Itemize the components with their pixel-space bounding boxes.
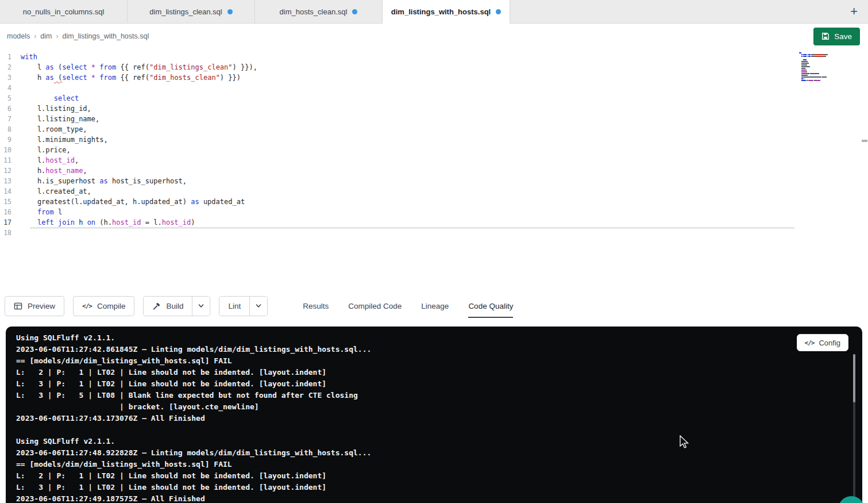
line-number: 18 (0, 228, 21, 238)
breadcrumb-separator: › (56, 32, 58, 40)
panel-tab-compiled-code[interactable]: Compiled Code (348, 294, 402, 318)
build-options-button[interactable] (192, 297, 210, 316)
line-content: l as (select * from {{ ref("dim_listings… (21, 62, 257, 72)
line-content: greatest(l.updated_at, h.updated_at) as … (21, 197, 245, 207)
compile-button[interactable]: </> Compile (73, 296, 134, 316)
editor-scrollbar-mark[interactable] (862, 140, 867, 142)
line-number: 3 (0, 72, 21, 83)
code-line[interactable]: 12 h.host_name, (0, 166, 868, 176)
editor-minimap[interactable] (799, 52, 842, 83)
code-line[interactable]: 15 greatest(l.updated_at, h.updated_at) … (0, 197, 868, 207)
terminal-line: 2023-06-06T11:27:49.187575Z — All Finish… (16, 493, 862, 503)
tab-bar-spacer: + (510, 0, 868, 24)
line-number: 17 (0, 217, 21, 228)
code-line[interactable]: 16 from l (0, 207, 868, 217)
line-content: select (21, 93, 79, 103)
code-editor[interactable]: 1with2 l as (select * from {{ ref("dim_l… (0, 49, 868, 294)
code-line[interactable]: 6 l.listing_id, (0, 103, 868, 114)
terminal-line: Using SQLFluff v2.1.1. (16, 436, 862, 447)
build-label: Build (166, 302, 183, 310)
panel-tab-code-quality[interactable]: Code Quality (468, 294, 513, 318)
terminal-line: == [models/dim/dim_listings_with_hosts.s… (16, 355, 862, 367)
panel-tab-lineage[interactable]: Lineage (421, 294, 449, 318)
lint-button[interactable]: Lint (219, 297, 249, 316)
line-content: left join h on (h.host_id = l.host_id) (21, 217, 195, 228)
line-content: h as (select * from {{ ref("dim_hosts_cl… (21, 72, 241, 83)
action-toolbar: Preview </> Compile Build Lint ResultsCo… (0, 294, 868, 318)
editor-lines: 1with2 l as (select * from {{ ref("dim_l… (0, 52, 868, 238)
tab-dim-listings-clean-sql[interactable]: dim_listings_clean.sql (128, 0, 255, 24)
breadcrumb-item[interactable]: models (7, 32, 30, 40)
code-line[interactable]: 7 l.listing_name, (0, 114, 868, 124)
tab-label: dim_hosts_clean.sql (280, 7, 348, 16)
panel-tabs: ResultsCompiled CodeLineageCode Quality (303, 294, 513, 318)
tab-no-nulls-in-columns-sql[interactable]: no_nulls_in_columns.sql (0, 0, 128, 24)
code-line[interactable]: 3 h as (select * from {{ ref("dim_hosts_… (0, 72, 868, 83)
config-button[interactable]: </> Config (797, 334, 848, 351)
breadcrumb-bar: models›dim›dim_listings_with_hosts.sql S… (0, 24, 868, 49)
code-line[interactable]: 1with (0, 52, 868, 62)
terminal-line: L: 3 | P: 1 | LT02 | Line should not be … (16, 482, 862, 493)
terminal-line (16, 424, 862, 436)
line-content: l.listing_name, (21, 114, 99, 124)
plus-icon: + (850, 4, 858, 18)
code-line[interactable]: 17 left join h on (h.host_id = l.host_id… (0, 217, 868, 228)
code-line[interactable]: 2 l as (select * from {{ ref("dim_listin… (0, 62, 868, 72)
line-number: 13 (0, 176, 21, 186)
preview-button[interactable]: Preview (5, 296, 64, 316)
save-icon (821, 32, 830, 40)
panel-tab-results[interactable]: Results (303, 294, 329, 318)
lint-options-button[interactable] (249, 297, 267, 316)
lint-label: Lint (228, 302, 241, 310)
terminal-line: L: 3 | P: 1 | LT02 | Line should not be … (16, 378, 862, 390)
terminal-line: L: 2 | P: 1 | LT02 | Line should not be … (16, 367, 862, 378)
code-line[interactable]: 13 h.is_superhost as host_is_superhost, (0, 176, 868, 186)
line-number: 11 (0, 155, 21, 166)
line-number: 5 (0, 93, 21, 103)
terminal-line: Using SQLFluff v2.1.1. (16, 332, 862, 344)
terminal-scrollbar[interactable] (853, 354, 855, 502)
breadcrumb-item[interactable]: dim_listings_with_hosts.sql (62, 32, 149, 40)
build-button[interactable]: Build (144, 297, 192, 316)
line-content: h.host_name, (21, 166, 87, 176)
code-line[interactable]: 8 l.room_type, (0, 124, 868, 135)
terminal-output: Using SQLFluff v2.1.1.2023-06-06T11:27:4… (16, 332, 862, 503)
terminal-scrollbar-thumb[interactable] (853, 354, 855, 402)
tab-dim-listings-with-hosts-sql[interactable]: dim_listings_with_hosts.sql (383, 0, 510, 24)
new-tab-button[interactable]: + (847, 4, 861, 19)
terminal-line: == [models/dim/dim_listings_with_hosts.s… (16, 459, 862, 470)
line-number: 15 (0, 197, 21, 207)
build-button-group: Build (143, 296, 210, 316)
terminal-line: L: 3 | P: 5 | LT08 | Blank line expected… (16, 390, 862, 401)
compile-label: Compile (97, 302, 126, 310)
tab-label: dim_listings_clean.sql (149, 7, 222, 16)
code-line[interactable]: 11 l.host_id, (0, 155, 868, 166)
code-line[interactable]: 14 l.created_at, (0, 186, 868, 197)
config-label: Config (819, 339, 840, 347)
build-icon (152, 302, 161, 310)
line-content: l.room_type, (21, 124, 87, 135)
tab-dim-hosts-clean-sql[interactable]: dim_hosts_clean.sql (255, 0, 383, 24)
code-line[interactable]: 10 l.price, (0, 145, 868, 155)
code-line[interactable]: 18 (0, 228, 868, 238)
terminal-line: 2023-06-06T11:27:43.173076Z — All Finish… (16, 413, 862, 424)
preview-icon (14, 302, 22, 310)
line-content: l.listing_id, (21, 103, 91, 114)
code-line[interactable]: 9 l.minimum_nights, (0, 135, 868, 145)
terminal-line: 2023-06-06T11:27:48.922828Z — Linting mo… (16, 447, 862, 459)
config-icon: </> (805, 339, 815, 347)
breadcrumb-item[interactable]: dim (40, 32, 52, 40)
breadcrumb: models›dim›dim_listings_with_hosts.sql (7, 32, 149, 40)
line-number: 9 (0, 135, 21, 145)
line-number: 12 (0, 166, 21, 176)
line-content: h.is_superhost as host_is_superhost, (21, 176, 187, 186)
tab-bar: no_nulls_in_columns.sqldim_listings_clea… (0, 0, 868, 24)
save-button[interactable]: Save (813, 28, 860, 45)
compile-icon: </> (82, 302, 92, 310)
line-content: l.minimum_nights, (21, 135, 108, 145)
code-line[interactable]: 5 select (0, 93, 868, 103)
chevron-down-icon (198, 302, 205, 309)
code-line[interactable]: 4 (0, 83, 868, 93)
tab-bar-tabs: no_nulls_in_columns.sqldim_listings_clea… (0, 0, 510, 24)
line-content: l.price, (21, 145, 71, 155)
